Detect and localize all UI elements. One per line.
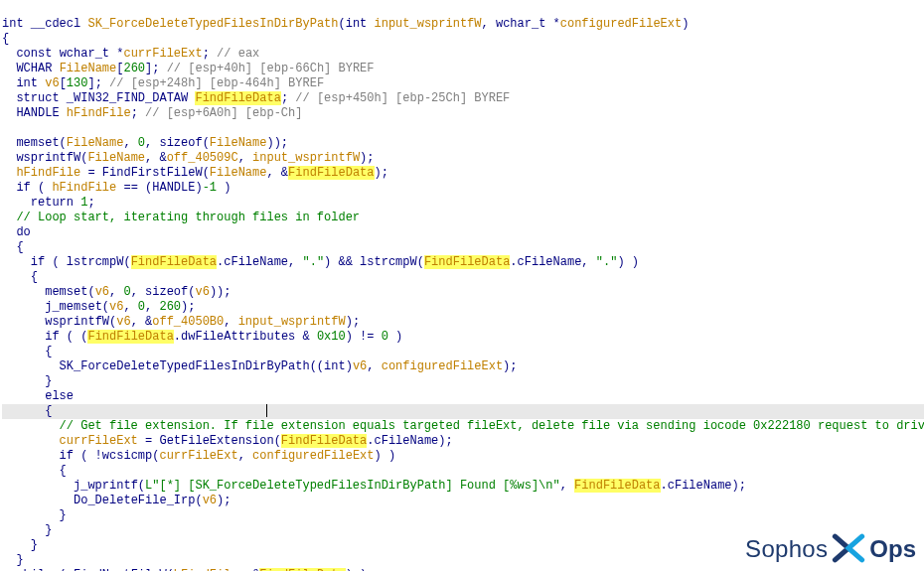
comment-ext: // Get file extension. If file extension…: [60, 419, 924, 433]
findfiledata-ref: FindFileData: [288, 166, 374, 180]
sophos-x-ops-logo: Sophos Ops: [745, 531, 916, 565]
fn-signature: int __cdecl SK_ForceDeleteTypedFilesInDi…: [2, 17, 689, 31]
findfiledata-decl: FindFileData: [195, 91, 280, 105]
x-icon: [832, 531, 865, 565]
logo-left: Sophos: [745, 541, 828, 556]
logo-right: Ops: [869, 541, 916, 556]
decompiled-code: int __cdecl SK_ForceDeleteTypedFilesInDi…: [0, 0, 924, 571]
comment-loop: // Loop start, iterating through files i…: [16, 211, 360, 224]
active-line[interactable]: {: [2, 404, 924, 419]
